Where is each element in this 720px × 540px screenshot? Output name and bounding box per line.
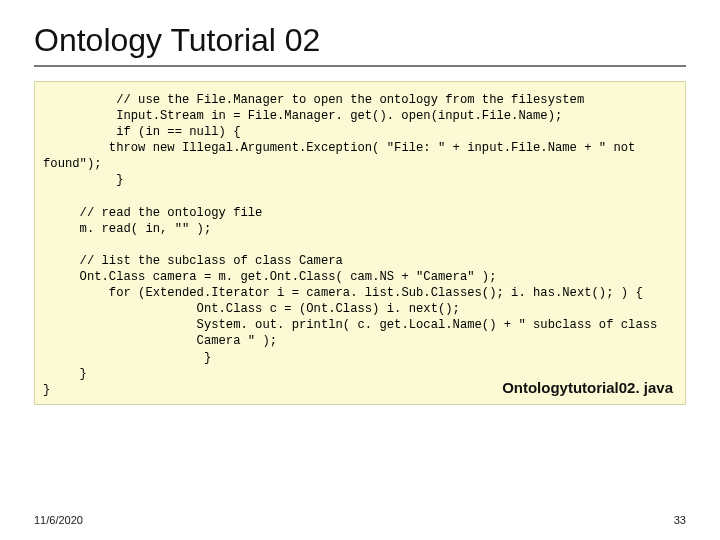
slide: Ontology Tutorial 02 // use the File.Man… (0, 0, 720, 540)
footer: 11/6/2020 33 (34, 514, 686, 526)
source-filename: Ontologytutorial02. java (502, 378, 673, 398)
footer-date: 11/6/2020 (34, 514, 83, 526)
footer-pageno: 33 (674, 514, 686, 526)
page-title: Ontology Tutorial 02 (34, 22, 686, 67)
code-text: // use the File.Manager to open the onto… (35, 92, 685, 398)
code-block: // use the File.Manager to open the onto… (34, 81, 686, 405)
